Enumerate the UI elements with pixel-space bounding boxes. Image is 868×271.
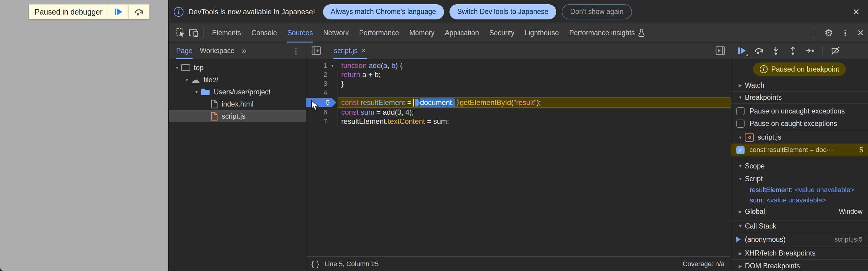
navigator-tab-workspace[interactable]: Workspace [200,42,235,59]
settings-gear-icon[interactable]: ⚙ [824,27,833,38]
variable-value: <value unavailable> [767,197,826,204]
inspect-element-icon[interactable] [174,26,187,39]
collapse-arrow-icon[interactable]: ▼ [736,176,745,181]
code-token: resultElement [361,98,405,107]
collapse-navigator-icon[interactable] [311,46,322,56]
scope-variable-row[interactable]: sum: <value unavailable> [731,195,868,206]
step-over-icon[interactable] [751,44,766,57]
scope-global-group[interactable]: ▶ Global Window [731,206,868,218]
code-view[interactable]: 1▼ function add(a, b) { 2 return a + b; … [306,59,731,257]
editor-tab-script-js[interactable]: script.js × [333,42,367,59]
frame-location: script.js:5 [834,236,863,243]
checkbox-unchecked[interactable] [736,107,745,115]
inline-breakpoint-marker-icon[interactable] [454,99,460,107]
collapse-debugger-icon[interactable] [715,46,726,56]
pause-uncaught-exceptions-row[interactable]: Pause on uncaught exceptions [731,105,868,117]
call-stack-frame-row[interactable]: (anonymous) script.js:5 [731,232,868,247]
tree-item-file-origin[interactable]: ▼ ☁ file:// [169,74,306,86]
section-breakpoints[interactable]: ▼ Breakpoints [731,91,868,103]
section-call-stack[interactable]: ▼ Call Stack [731,220,868,232]
line-number[interactable]: 6 [309,108,327,116]
inline-breakpoint-marker-icon[interactable] [415,99,420,107]
code-line-4: 4 [306,88,731,97]
expand-arrow-icon[interactable]: ▼ [183,78,191,82]
active-frame-arrow-icon [736,237,741,242]
tree-item-index-html[interactable]: index.html [169,98,306,110]
section-watch[interactable]: ▶ Watch [731,79,868,91]
more-options-kebab-icon[interactable]: ⋮ [841,28,849,38]
tab-console[interactable]: Console [251,23,277,42]
paused-on-breakpoint-badge: i Paused on breakpoint [753,62,846,76]
line-number[interactable]: 3 [309,80,327,88]
fold-arrow-icon[interactable]: ▼ [327,63,338,68]
scope-script-group[interactable]: ▼ Script [731,173,868,185]
expand-arrow-icon[interactable]: ▼ [193,90,200,94]
frame-name: (anonymous) [745,236,785,244]
collapse-arrow-icon[interactable]: ▼ [736,135,745,140]
tree-item-project-folder[interactable]: ▼ Users/user/project [169,86,306,98]
tab-sources[interactable]: Sources [287,23,313,42]
expand-arrow-icon[interactable]: ▶ [736,264,745,269]
code-token: , [387,61,391,70]
devtools-close-icon[interactable]: × [857,26,864,39]
step-icon[interactable] [803,44,817,57]
expand-arrow-icon[interactable]: ▶ [736,83,745,88]
line-number[interactable]: 1 [309,62,327,69]
line-number[interactable]: 2 [309,71,327,79]
deactivate-breakpoints-icon[interactable] [828,44,843,57]
tab-performance[interactable]: Performance [359,23,399,42]
step-out-icon[interactable] [785,44,800,57]
resume-script-icon[interactable] [735,44,749,57]
expand-arrow-icon[interactable]: ▶ [736,209,745,214]
code-token: return [341,70,362,79]
navigator-header: Page Workspace » ⋮ [169,42,306,59]
expand-arrow-icon[interactable]: ▶ [736,251,745,256]
navigator-tab-page[interactable]: Page [176,42,193,59]
tree-item-script-js[interactable]: script.js [169,110,306,122]
scope-variable-row[interactable]: resultElement: <value unavailable> [731,185,868,195]
banner-resume-button[interactable] [108,5,128,19]
expand-arrow-icon[interactable]: ▼ [173,65,181,70]
code-token: a [383,61,387,70]
tree-item-top[interactable]: ▼ top [169,62,306,74]
pause-caught-exceptions-row[interactable]: Pause on caught exceptions [731,117,868,129]
breakpoint-file-group[interactable]: ▼ ‹› script.js [731,131,868,144]
device-toolbar-icon[interactable] [187,26,200,39]
tab-performance-insights-label: Performance insights [569,29,635,37]
section-scope[interactable]: ▼ Scope [731,160,868,172]
checkbox-unchecked[interactable] [736,120,745,128]
notification-close-icon[interactable]: × [853,6,860,18]
collapse-arrow-icon[interactable]: ▼ [736,163,745,169]
toolbar-separator [813,28,813,38]
code-token: "result" [514,98,536,107]
tab-memory[interactable]: Memory [409,23,435,42]
line-number[interactable]: 7 [309,117,327,125]
section-dom-breakpoints[interactable]: ▶ DOM Breakpoints [731,260,868,271]
line-number[interactable]: 4 [309,89,327,97]
more-tabs-chevron-icon[interactable]: » [242,46,247,56]
collapse-arrow-icon[interactable]: ▼ [736,224,745,229]
sources-panel: Page Workspace » ⋮ ▼ top ▼ ☁ file:// ▼ [169,42,868,271]
tab-elements[interactable]: Elements [212,23,241,42]
dont-show-again-button[interactable]: Don't show again [562,4,632,20]
breakpoint-execution-flag[interactable]: 5 [306,98,336,107]
banner-step-over-button[interactable] [128,5,149,19]
pretty-print-icon[interactable]: { } [311,260,320,268]
tree-label: script.js [222,112,245,120]
tab-performance-insights[interactable]: Performance insights [569,23,645,42]
collapse-arrow-icon[interactable]: ▼ [736,95,745,100]
step-into-icon[interactable] [769,44,783,57]
code-token: sum [361,108,374,117]
tab-application[interactable]: Application [445,23,479,42]
tab-lighthouse[interactable]: Lighthouse [525,23,559,42]
always-match-language-button[interactable]: Always match Chrome's language [323,4,444,20]
switch-to-japanese-button[interactable]: Switch DevTools to Japanese [450,4,556,20]
breakpoint-entry-row[interactable]: ✓ const resultElement = doc⋯ 5 [731,144,868,156]
editor-tab-close-icon[interactable]: × [361,47,366,55]
tab-security[interactable]: Security [489,23,515,42]
code-editor: script.js × 1▼ function add(a, b) { 2 [306,42,731,271]
section-xhr-breakpoints[interactable]: ▶ XHR/fetch Breakpoints [731,247,868,260]
checkbox-checked[interactable]: ✓ [736,146,745,154]
tab-network[interactable]: Network [323,23,349,42]
navigator-kebab-icon[interactable]: ⋮ [292,46,300,56]
